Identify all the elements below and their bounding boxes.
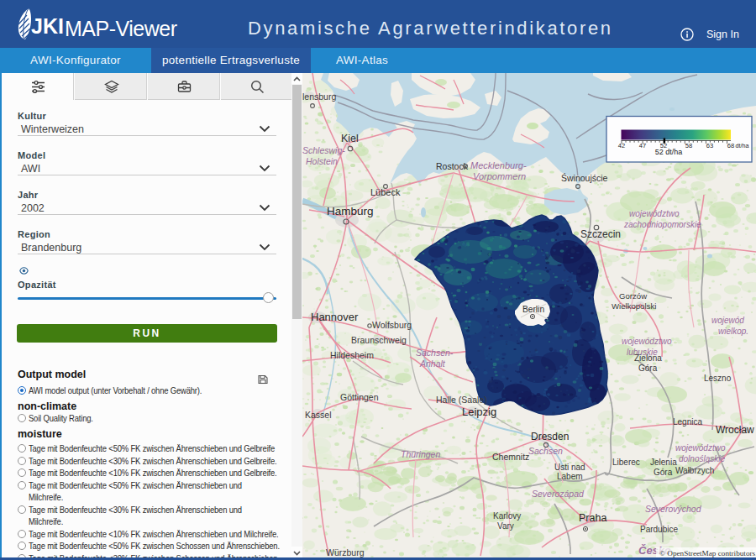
- svg-text:58: 58: [685, 142, 692, 149]
- svg-text:województwo: województwo: [629, 209, 680, 218]
- svg-text:Jelenia: Jelenia: [650, 458, 677, 467]
- svg-text:Legnica: Legnica: [673, 417, 702, 427]
- svg-text:Szczecin: Szczecin: [580, 228, 621, 240]
- svg-text:Braunschweig: Braunschweig: [351, 335, 407, 345]
- svg-text:Wielkopolski: Wielkopolski: [612, 301, 656, 311]
- svg-text:Leipzig: Leipzig: [462, 406, 496, 418]
- svg-text:dt/ha: dt/ha: [736, 142, 749, 149]
- svg-text:Zielona: Zielona: [634, 353, 662, 363]
- svg-text:Chemnitz: Chemnitz: [492, 452, 529, 462]
- svg-text:Labem: Labem: [557, 472, 583, 481]
- svg-text:Göttingen: Göttingen: [340, 392, 379, 402]
- svg-text:Mecklenburg-: Mecklenburg-: [470, 160, 527, 170]
- svg-text:województwo: województwo: [622, 337, 672, 346]
- svg-text:Góra: Góra: [638, 364, 658, 373]
- svg-text:Vorpommern: Vorpommern: [473, 171, 526, 181]
- svg-text:Hamburg: Hamburg: [327, 205, 374, 217]
- svg-text:Wrocław: Wrocław: [716, 424, 754, 436]
- svg-text:Leszno: Leszno: [704, 374, 732, 383]
- svg-text:zachodniopomorskie: zachodniopomorskie: [623, 220, 701, 229]
- svg-text:województwo: województwo: [675, 443, 726, 453]
- svg-text:Kiel: Kiel: [341, 133, 359, 144]
- svg-text:52 dt/ha: 52 dt/ha: [655, 148, 683, 156]
- svg-text:wielkop.: wielkop.: [718, 327, 748, 336]
- svg-text:Severozápad: Severozápad: [532, 489, 585, 499]
- svg-text:Thüringen: Thüringen: [401, 449, 440, 459]
- svg-text:Świnoujście: Świnoujście: [561, 173, 608, 183]
- svg-text:Liberec: Liberec: [612, 458, 640, 467]
- svg-text:Severovýchod: Severovýchod: [645, 504, 702, 514]
- svg-text:Usti nad: Usti nad: [554, 463, 585, 472]
- svg-text:© OpenStreetMap contributors.: © OpenStreetMap contributors.: [659, 549, 756, 557]
- svg-text:Gorzów: Gorzów: [619, 291, 647, 301]
- svg-text:lensburg: lensburg: [302, 92, 336, 102]
- svg-text:Berlin: Berlin: [522, 305, 544, 314]
- svg-text:Dresden: Dresden: [531, 431, 569, 442]
- svg-text:47: 47: [639, 142, 646, 149]
- svg-text:42: 42: [618, 142, 625, 149]
- svg-text:Vary: Vary: [497, 521, 514, 531]
- svg-text:Praha: Praha: [579, 512, 606, 524]
- svg-text:dolnośląskie: dolnośląskie: [679, 454, 725, 463]
- svg-text:68: 68: [727, 142, 734, 149]
- svg-text:Hildesheim: Hildesheim: [330, 350, 374, 360]
- svg-text:Karlovy: Karlovy: [493, 511, 521, 521]
- svg-text:Hannover: Hannover: [311, 311, 359, 323]
- svg-text:Sachsen-: Sachsen-: [416, 348, 454, 358]
- svg-text:Schleswig-: Schleswig-: [302, 145, 345, 155]
- svg-text:wojewód: wojewód: [711, 316, 744, 325]
- svg-text:63: 63: [706, 142, 713, 149]
- svg-text:Kassel: Kassel: [305, 410, 332, 420]
- svg-text:Halle (Saale): Halle (Saale): [436, 395, 487, 405]
- svg-text:Pardubice: Pardubice: [640, 525, 678, 534]
- svg-text:Holstein: Holstein: [306, 156, 338, 166]
- svg-text:Würzburg: Würzburg: [326, 547, 365, 557]
- svg-text:Wałbrzych: Wałbrzych: [675, 466, 714, 475]
- svg-text:Góra: Góra: [654, 468, 673, 477]
- svg-text:Wolfsburg: Wolfsburg: [372, 320, 412, 330]
- svg-text:Anhalt: Anhalt: [419, 359, 446, 369]
